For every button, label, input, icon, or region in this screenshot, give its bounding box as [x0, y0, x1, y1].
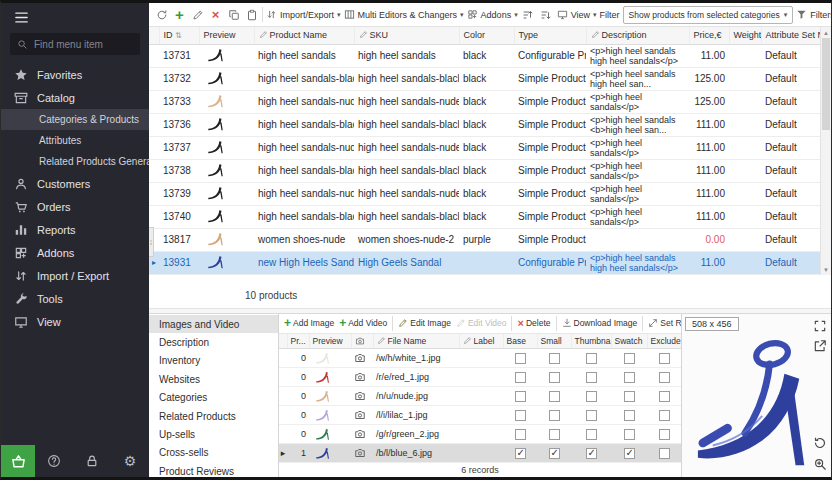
row-expander[interactable] [149, 136, 159, 159]
sidebar-item[interactable]: Catalog [1, 86, 149, 109]
product-row[interactable]: 13737 high heel sandals-nude-36 high hee… [149, 136, 820, 159]
small-checkbox[interactable] [549, 372, 560, 383]
detail-tab[interactable]: Categories [149, 389, 278, 407]
hamburger-menu-button[interactable] [1, 3, 149, 31]
image-row[interactable]: ▸ 1 /b/l/blue_6.jpg [279, 444, 681, 463]
detail-tab[interactable]: Related Products [149, 407, 278, 425]
zoom-button[interactable] [813, 457, 827, 471]
settings-button[interactable]: ⚙ [111, 454, 149, 468]
col-attribute-set[interactable]: Attribute Set Name [761, 27, 820, 44]
swatch-checkbox[interactable] [624, 353, 635, 364]
col-sku[interactable]: SKU [354, 27, 459, 44]
delete-image-button[interactable]: ×Delete [517, 318, 550, 328]
image-row[interactable]: 0 /r/e/red_1.jpg [279, 368, 681, 387]
copy-button[interactable] [226, 7, 241, 22]
product-row[interactable]: 13740 high heel sandals-black-38 high he… [149, 205, 820, 228]
thumbnail-checkbox[interactable] [586, 391, 597, 402]
row-expander[interactable] [279, 387, 287, 406]
swatch-checkbox[interactable] [624, 391, 635, 402]
col-preview[interactable]: Preview [309, 334, 351, 349]
open-external-button[interactable] [813, 339, 827, 353]
row-expander[interactable] [149, 67, 159, 90]
product-row[interactable]: ▸ 13931 new High Heels Sandals High Geel… [149, 251, 820, 274]
swatch-checkbox[interactable] [624, 410, 635, 421]
product-row[interactable]: 13732 high heel sandals-black high heel … [149, 67, 820, 90]
store-button[interactable] [1, 445, 35, 477]
base-checkbox[interactable] [515, 410, 526, 421]
col-price[interactable]: Price,€ [689, 27, 729, 44]
sidebar-item[interactable]: Attributes [1, 130, 149, 151]
product-row[interactable]: 13817 women shoes-nude women shoes-nude-… [149, 228, 820, 251]
thumbnail-checkbox[interactable] [586, 429, 597, 440]
sidebar-item[interactable]: Tools [1, 287, 149, 310]
thumbnail-checkbox[interactable] [586, 448, 597, 459]
small-checkbox[interactable] [549, 448, 560, 459]
col-type[interactable]: Type [514, 27, 586, 44]
sidebar-item[interactable]: Import / Export [1, 264, 149, 287]
sidebar-item[interactable]: Addons [1, 241, 149, 264]
sidebar-item[interactable]: Categories & Products [1, 109, 149, 130]
row-expander[interactable] [149, 159, 159, 182]
detail-tab[interactable]: Product Reviews [149, 462, 278, 480]
help-button[interactable] [35, 454, 73, 468]
exclude-checkbox[interactable] [659, 353, 670, 364]
swatch-checkbox[interactable] [624, 372, 635, 383]
detail-tab[interactable]: Inventory [149, 352, 278, 370]
image-row[interactable]: 0 /w/h/white_1.jpg [279, 349, 681, 368]
product-row[interactable]: 13736 high heel sandals-black-36 high he… [149, 113, 820, 136]
base-checkbox[interactable] [515, 372, 526, 383]
swatch-checkbox[interactable] [624, 448, 635, 459]
category-filter-select[interactable]: Show products from selected categories▾ [623, 6, 794, 24]
sidebar-search-input[interactable] [34, 39, 133, 50]
small-checkbox[interactable] [549, 391, 560, 402]
thumbnail-checkbox[interactable] [586, 410, 597, 421]
col-base[interactable]: Base [503, 334, 537, 349]
scrollbar-thumb[interactable] [822, 38, 830, 130]
exclude-checkbox[interactable] [659, 391, 670, 402]
delete-product-button[interactable]: × [208, 7, 223, 22]
col-preview[interactable]: Preview [199, 27, 254, 44]
row-expander[interactable] [279, 406, 287, 425]
col-label[interactable]: Label [459, 334, 503, 349]
sidebar-search[interactable] [10, 33, 140, 55]
base-checkbox[interactable] [515, 391, 526, 402]
add-product-button[interactable]: + [172, 7, 187, 22]
paste-button[interactable] [244, 7, 259, 22]
exclude-checkbox[interactable] [659, 410, 670, 421]
expand-rows-button[interactable] [521, 7, 536, 22]
row-expander[interactable] [149, 90, 159, 113]
refresh-button[interactable] [154, 7, 169, 22]
row-expander[interactable] [149, 113, 159, 136]
set-resize-rule-button[interactable]: Set Resize Rule [648, 318, 681, 328]
product-row[interactable]: 13733 high heel sandals-nude high heel s… [149, 90, 820, 113]
thumbnail-checkbox[interactable] [586, 372, 597, 383]
sidebar-item[interactable]: Customers [1, 172, 149, 195]
row-expander[interactable]: ▸ [279, 444, 287, 463]
view-menu[interactable]: View▾ [557, 9, 597, 20]
small-checkbox[interactable] [549, 410, 560, 421]
detail-tab[interactable]: Cross-sells [149, 444, 278, 462]
col-exclude[interactable]: Exclude [647, 334, 681, 349]
product-row[interactable]: 13739 high heel sandals-nude-37 high hee… [149, 182, 820, 205]
base-checkbox[interactable] [515, 448, 526, 459]
col-thumbnail[interactable]: Thumbna... [571, 334, 611, 349]
row-expander[interactable] [149, 44, 159, 67]
col-product-name[interactable]: Product Name [254, 27, 354, 44]
splitter-handle[interactable]: ⁞ [149, 227, 154, 257]
scroll-up-arrow[interactable]: ▲ [821, 27, 831, 38]
sidebar-item[interactable]: Related Products Generator [1, 151, 149, 172]
detail-tab[interactable]: Websites [149, 370, 278, 388]
import-export-menu[interactable]: Import/Export▾ [266, 9, 341, 20]
detail-tab[interactable]: Up-sells [149, 425, 278, 443]
col-weight[interactable]: Weight [729, 27, 761, 44]
row-expander[interactable] [149, 182, 159, 205]
row-expander[interactable] [279, 425, 287, 444]
edit-video-button[interactable]: Edit Video [456, 318, 507, 328]
edit-product-button[interactable] [190, 7, 205, 22]
addons-menu[interactable]: Addons▾ [467, 9, 518, 20]
col-swatch[interactable]: Swatch [611, 334, 647, 349]
product-row[interactable]: 13738 high heel sandals-black-37 high he… [149, 159, 820, 182]
thumbnail-checkbox[interactable] [586, 353, 597, 364]
lock-button[interactable] [73, 454, 111, 468]
row-expander[interactable] [279, 349, 287, 368]
